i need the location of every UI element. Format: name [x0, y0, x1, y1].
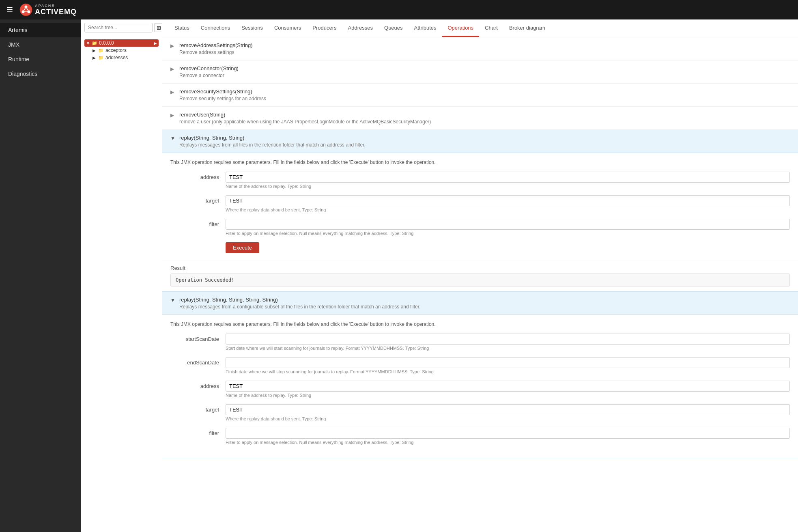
form-input-filter-1[interactable]	[226, 219, 790, 230]
form-input-startScanDate[interactable]	[226, 334, 790, 345]
top-header: ☰ APACHE ACTIVEMQ	[0, 0, 798, 19]
form-row-address-2: address Name of the address to replay. T…	[170, 381, 790, 398]
form-row-filter-1: filter Filter to apply on message select…	[170, 219, 790, 236]
form-input-target-2[interactable]	[226, 404, 790, 415]
op-title-removeConnector: removeConnector(String)	[179, 65, 790, 71]
op-expanded-header-replay1: ▼ replay(String, String, String) Replays…	[162, 130, 798, 153]
form-input-endScanDate[interactable]	[226, 357, 790, 368]
tab-status[interactable]: Status	[169, 20, 195, 37]
hamburger-menu[interactable]: ☰	[6, 5, 13, 14]
tabs-bar: Status Connections Sessions Consumers Pr…	[162, 19, 798, 37]
op-title-removeSecuritySettings: removeSecuritySettings(String)	[179, 88, 790, 95]
op-instruction-replay2: This JMX operation requires some paramet…	[170, 321, 790, 327]
tab-queues[interactable]: Queues	[379, 20, 409, 37]
op-chevron-removeAddressSettings[interactable]: ▶	[170, 43, 176, 49]
form-row-startScanDate: startScanDate Start date where we will s…	[170, 334, 790, 351]
sidebar-item-artemis[interactable]: Artemis	[0, 23, 81, 37]
op-chevron-removeConnector[interactable]: ▶	[170, 66, 176, 72]
op-row-removeUser: ▶ removeUser(String) remove a user (only…	[162, 107, 798, 130]
tab-sessions[interactable]: Sessions	[236, 20, 269, 37]
tree-node-label-root: 0.0.0.0	[99, 40, 154, 46]
tab-broker-diagram[interactable]: Broker diagram	[503, 20, 551, 37]
tab-producers[interactable]: Producers	[307, 20, 342, 37]
sidebar: Artemis JMX Runtime Diagnostics	[0, 19, 81, 532]
result-label-1: Result	[170, 265, 790, 271]
op-chevron-removeSecuritySettings[interactable]: ▶	[170, 89, 176, 95]
tree-panel: ⊞ ⊟ ▼ 📁 0.0.0.0 ▶ ▶ 📁 acceptors	[81, 19, 162, 532]
tab-addresses[interactable]: Addresses	[342, 20, 379, 37]
sidebar-item-diagnostics[interactable]: Diagnostics	[0, 67, 81, 81]
tree-folder-icon: 📁	[92, 41, 97, 46]
form-row-filter-2: filter Filter to apply on message select…	[170, 428, 790, 445]
tree-child-chevron-2: ▶	[92, 56, 98, 60]
execute-button-1[interactable]: Execute	[226, 242, 259, 253]
form-label-filter-2: filter	[170, 428, 219, 436]
result-value-1: Operation Succeeded!	[170, 274, 790, 286]
op-row-removeAddressSettings: ▶ removeAddressSettings(String) Remove a…	[162, 37, 798, 60]
form-label-startScanDate: startScanDate	[170, 334, 219, 342]
form-row-endScanDate: endScanDate Finish date where we will st…	[170, 357, 790, 374]
execute-row-1: Execute	[170, 242, 790, 253]
tree-search-input[interactable]	[84, 23, 153, 32]
form-hint-filter-2: Filter to apply on message selection. Nu…	[226, 440, 790, 445]
form-row-target-1: target Where the replay data should be s…	[170, 195, 790, 212]
tree-child-folder-icon-2: 📁	[98, 55, 104, 60]
op-title-replay1: replay(String, String, String)	[179, 135, 790, 141]
form-label-filter-1: filter	[170, 219, 219, 227]
form-row-address-1: address Name of the address to replay. T…	[170, 172, 790, 189]
tree-child-folder-icon: 📁	[98, 48, 104, 53]
form-input-target-1[interactable]	[226, 195, 790, 206]
op-expanded-replay2: ▼ replay(String, String, String, String,…	[162, 292, 798, 458]
sidebar-item-jmx[interactable]: JMX	[0, 37, 81, 52]
form-label-address-2: address	[170, 381, 219, 389]
tree-node-arrow: ▶	[154, 41, 157, 45]
content-area: Status Connections Sessions Consumers Pr…	[162, 19, 798, 532]
tree-child-acceptors[interactable]: ▶ 📁 acceptors	[91, 47, 159, 54]
form-hint-target-2: Where the replay data should be sent. Ty…	[226, 416, 790, 421]
logo: APACHE ACTIVEMQ	[19, 3, 77, 16]
sidebar-item-runtime[interactable]: Runtime	[0, 52, 81, 67]
op-chevron-replay1[interactable]: ▼	[170, 136, 176, 141]
form-hint-address-2: Name of the address to replay. Type: Str…	[226, 393, 790, 398]
logo-icon	[19, 3, 32, 16]
tab-connections[interactable]: Connections	[195, 20, 236, 37]
tree-content: ▼ 📁 0.0.0.0 ▶ ▶ 📁 acceptors ▶ 📁 addresse…	[81, 36, 162, 532]
op-desc-removeSecuritySettings: Remove security settings for an address	[179, 96, 790, 101]
ops-content: ▶ removeAddressSettings(String) Remove a…	[162, 37, 798, 532]
op-row-removeConnector: ▶ removeConnector(String) Remove a conne…	[162, 60, 798, 84]
tab-attributes[interactable]: Attributes	[409, 20, 442, 37]
main-layout: Artemis JMX Runtime Diagnostics ⊞ ⊟ ▼ 📁	[0, 19, 798, 532]
tab-operations[interactable]: Operations	[442, 20, 480, 37]
form-label-target-1: target	[170, 195, 219, 204]
op-instruction-replay1: This JMX operation requires some paramet…	[170, 159, 790, 165]
form-input-address-1[interactable]	[226, 172, 790, 183]
form-hint-target-1: Where the replay data should be sent. Ty…	[226, 207, 790, 212]
tree-child-addresses[interactable]: ▶ 📁 addresses	[91, 54, 159, 61]
op-title-removeUser: removeUser(String)	[179, 112, 790, 118]
tree-children: ▶ 📁 acceptors ▶ 📁 addresses	[84, 47, 159, 61]
op-expanded-replay1: ▼ replay(String, String, String) Replays…	[162, 130, 798, 292]
logo-text: ACTIVEMQ	[35, 8, 77, 16]
tree-expand-all-button[interactable]: ⊞	[154, 23, 163, 32]
tab-chart[interactable]: Chart	[479, 20, 503, 37]
tab-consumers[interactable]: Consumers	[269, 20, 307, 37]
op-desc-removeUser: remove a user (only applicable when usin…	[179, 119, 790, 125]
form-label-target-2: target	[170, 404, 219, 413]
op-chevron-removeUser[interactable]: ▶	[170, 112, 176, 118]
tree-chevron-icon: ▼	[86, 41, 92, 45]
tree-search-bar: ⊞ ⊟	[81, 19, 162, 36]
tree-node-root: ▼ 📁 0.0.0.0 ▶ ▶ 📁 acceptors ▶ 📁 addresse…	[84, 39, 159, 61]
form-row-target-2: target Where the replay data should be s…	[170, 404, 790, 421]
form-input-filter-2[interactable]	[226, 428, 790, 439]
form-input-address-2[interactable]	[226, 381, 790, 392]
op-desc-removeAddressSettings: Remove address settings	[179, 50, 790, 55]
op-row-removeSecuritySettings: ▶ removeSecuritySettings(String) Remove …	[162, 84, 798, 107]
form-hint-filter-1: Filter to apply on message selection. Nu…	[226, 231, 790, 236]
op-chevron-replay2[interactable]: ▼	[170, 297, 176, 303]
form-label-address-1: address	[170, 172, 219, 180]
tree-child-chevron: ▶	[92, 48, 98, 53]
form-label-endScanDate: endScanDate	[170, 357, 219, 366]
op-desc-replay2: Replays messages from a configurable sub…	[179, 304, 790, 310]
form-hint-endScanDate: Finish date where we will stop scannning…	[226, 369, 790, 374]
tree-node-row-root[interactable]: ▼ 📁 0.0.0.0 ▶	[84, 39, 159, 47]
